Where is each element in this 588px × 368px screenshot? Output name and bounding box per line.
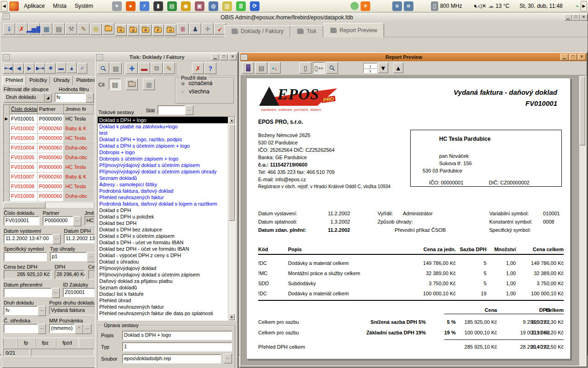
minimize-button[interactable]: ▁: [564, 14, 572, 21]
folder-out-button[interactable]: O: [115, 24, 127, 36]
target-file-button[interactable]: [126, 79, 138, 90]
table-row[interactable]: FV010007P0000260Baby & K: [4, 172, 94, 182]
mm-input[interactable]: (mmemo): [49, 324, 75, 333]
volume-muted-icon[interactable]: 🔇︎◁✕: [474, 3, 486, 9]
calendar-button[interactable]: ▦: [40, 23, 52, 34]
typ-uhrady-ellipsis-button[interactable]: …: [87, 252, 95, 262]
datum-preceneni-input[interactable]: [4, 288, 51, 297]
page-width-button[interactable]: ▯⇿: [313, 62, 325, 74]
tab-tisk[interactable]: Tisk: [290, 25, 323, 37]
export-down-button[interactable]: ⇓: [3, 23, 15, 34]
main-titlebar[interactable]: OBIS Admin@eposux:/home/firebird/epos/da…: [0, 13, 588, 22]
menu-mista[interactable]: Místa: [50, 1, 69, 11]
stat-input[interactable]: [158, 105, 185, 115]
datum-dph-input[interactable]: 11.2.2002 13:: [64, 234, 96, 243]
terminal-icon[interactable]: ▮: [153, 1, 163, 11]
grid-cell[interactable]: FV010004: [10, 144, 38, 153]
report-list-item[interactable]: Doklad s DPH u položek: [98, 213, 228, 220]
cislo-input[interactable]: FV010001: [4, 216, 40, 225]
print-button[interactable]: ▤: [53, 23, 65, 34]
datum-preceneni-ellipsis-button[interactable]: …: [51, 288, 60, 298]
filter-value-input[interactable]: fv: [55, 93, 85, 102]
network-offline-icon[interactable]: ⌗: [404, 1, 413, 11]
row-selector-cell[interactable]: ▶: [4, 115, 10, 124]
close-dialog-button[interactable]: ✗: [192, 63, 204, 74]
preview-close-button[interactable]: ✕: [578, 54, 586, 60]
tab-doklady-faktury[interactable]: Doklady / Faktury: [225, 25, 290, 37]
row-selector-cell[interactable]: [4, 172, 10, 182]
row-selector-cell[interactable]: [4, 182, 10, 191]
folder-q-button[interactable]: Q: [127, 24, 139, 36]
exit-preview-button[interactable]: [242, 62, 254, 74]
utility-icon[interactable]: ✦: [112, 1, 122, 11]
globe-icon[interactable]: ◍: [209, 1, 218, 11]
report-list-item[interactable]: Příjmový/výdajový doklad s účetním zápis…: [98, 271, 228, 278]
grid-cell[interactable]: P0000000: [38, 163, 64, 172]
menu-aplikace[interactable]: Aplikace: [21, 1, 48, 11]
report-list-item[interactable]: Doklad s DPH: [98, 207, 228, 213]
add-report-button[interactable]: ✚: [126, 63, 138, 74]
stredisko-ellipsis-button[interactable]: …: [38, 324, 46, 334]
distro-logo-icon[interactable]: [9, 1, 19, 11]
scroll-up-icon[interactable]: ▲: [229, 117, 235, 123]
table-row[interactable]: FV010009P0000060Duha-obc: [4, 192, 94, 201]
print-close-button[interactable]: ✕: [229, 54, 237, 60]
popis-input[interactable]: Doklad s DPH + logo: [122, 331, 232, 340]
report-list-item[interactable]: Doklad s DPH s účetním zápisem: [98, 233, 228, 239]
report-list[interactable]: Doklad s DPH + logoDoklad k platbě na zá…: [97, 116, 236, 321]
edit-report-button[interactable]: ✎: [163, 63, 175, 74]
footer-button-fpzd[interactable]: fpzd: [56, 338, 79, 347]
row-selector-cell[interactable]: [4, 134, 10, 143]
report-list-item[interactable]: Podrobná faktura, daňový doklad s logem …: [98, 201, 228, 207]
combo-drop-icon[interactable]: ◢: [44, 94, 51, 102]
report-list-vscrollbar[interactable]: ▲ ▼: [228, 117, 235, 320]
grid-cell[interactable]: P0000000: [38, 182, 64, 191]
print-maximize-button[interactable]: □: [220, 54, 228, 60]
report-list-item[interactable]: Doklad s úhradou: [98, 259, 228, 265]
cpu-chip-icon[interactable]: ▯: [431, 1, 438, 11]
report-list-item[interactable]: Příjmový/výdajový doklad s účetním zápis…: [98, 168, 228, 175]
open-folder-button[interactable]: [102, 23, 114, 34]
preview-maximize-button[interactable]: □: [569, 54, 577, 60]
grid-cell[interactable]: HC Tesla: [64, 182, 94, 191]
grid-cell[interactable]: FV010008: [10, 182, 38, 191]
preview-minimize-button[interactable]: ▁: [560, 54, 568, 60]
target-screen-button[interactable]: ▦: [143, 79, 155, 90]
preview-window-icon[interactable]: [241, 55, 247, 60]
delete-button[interactable]: ✗: [16, 23, 28, 34]
grid-cell[interactable]: P0000260: [38, 124, 64, 133]
row-selector-cell[interactable]: [4, 153, 10, 162]
chat-status-icon[interactable]: [351, 2, 359, 10]
post-record-button[interactable]: ✓: [77, 63, 87, 74]
tab-report-preview[interactable]: Report Preview: [323, 23, 384, 37]
grid-cell[interactable]: Duha-obc: [64, 192, 94, 201]
print-report-button[interactable]: ▤: [110, 63, 122, 74]
menu-system[interactable]: Systém: [72, 1, 96, 11]
report-list-item[interactable]: Doklad s DPH - učet ve formátu IBAN: [98, 239, 228, 246]
copy-pages-button[interactable]: ⧉: [90, 23, 102, 35]
grid-cell[interactable]: FV010002: [10, 124, 38, 133]
report-list-item[interactable]: Přehled neuhrazených faktur: [98, 194, 228, 201]
table-row[interactable]: FV010003P0000000HC Tesla: [4, 134, 94, 144]
paste-report-button[interactable]: ⧉: [151, 63, 163, 74]
grid-cell[interactable]: FV010001: [10, 115, 38, 124]
report-list-item[interactable]: Doklad s DPH bez zástupce: [98, 226, 228, 233]
finance-icon[interactable]: ◉: [181, 1, 191, 11]
target-printer-button[interactable]: ▤: [109, 79, 121, 90]
report-list-item[interactable]: Doklad s DPH + logo, razítko, podpis: [98, 136, 228, 143]
partner-ellipsis-button[interactable]: …: [73, 216, 81, 226]
grid-cell[interactable]: Baby & K: [64, 124, 94, 133]
chart-button[interactable]: ▂▅▇: [28, 23, 40, 34]
grid-cell[interactable]: FV010007: [10, 172, 38, 182]
print-titlebar[interactable]: Tisk: Doklady / Faktury ▁ □ ✕: [96, 53, 237, 61]
report-list-item[interactable]: Doklad k platbě na zálohovku+logo: [98, 123, 228, 130]
table-row[interactable]: FV010005P0000060Duha-obc: [4, 153, 94, 163]
grid-cell[interactable]: Baby & K: [64, 172, 94, 182]
report-list-item[interactable]: Doklad bez DPH: [98, 220, 228, 226]
first-record-button[interactable]: ⇤◀: [3, 63, 13, 74]
folder-r-button[interactable]: R: [140, 24, 152, 36]
documents-grid[interactable]: Číslo dokladuPartnerJméno fir▶FV010001P0…: [3, 104, 94, 202]
grid-cell[interactable]: P0000000: [38, 134, 64, 143]
last-record-button[interactable]: ▶⇥: [35, 63, 45, 74]
grid-column-header[interactable]: Partner: [38, 105, 64, 114]
